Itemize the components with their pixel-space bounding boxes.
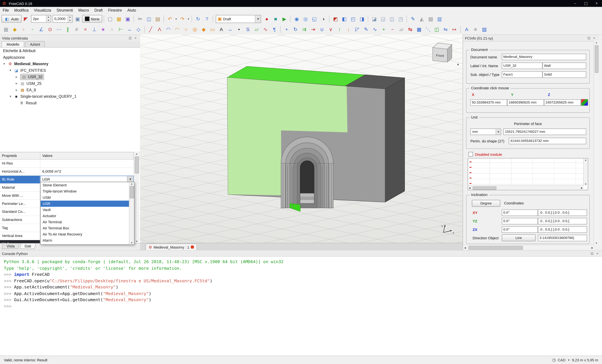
collapse-icon[interactable]: ▸ — [15, 73, 18, 80]
dock-close-button[interactable]: × — [591, 36, 597, 40]
fcinfo-vscrollbar[interactable]: ▲ ▼ — [593, 41, 599, 245]
dropdown-item[interactable]: Air To Air Heat Recovery — [41, 231, 129, 238]
draft-line-icon[interactable]: ╱ — [147, 25, 155, 33]
tree-item-ea-8[interactable]: ▸ ▦ EA_8 — [0, 87, 140, 93]
draft-offset-icon[interactable]: ⇉ — [300, 25, 308, 33]
draft-move-icon[interactable]: + — [282, 25, 291, 33]
view-front-icon[interactable]: ◧ — [340, 15, 348, 23]
draft-add-point-icon[interactable]: + — [380, 25, 388, 33]
draft-fillet-icon[interactable]: ◠ — [164, 25, 172, 33]
fcinfo-table[interactable]: ▲▼ ◀ ▶ — [468, 158, 588, 190]
draft-dimension-icon[interactable]: ↔ — [226, 25, 234, 33]
dropdown-item[interactable]: USR — [41, 201, 129, 207]
zoom-box-icon[interactable]: ◱ — [310, 15, 318, 23]
tab-vista[interactable]: Vista — [2, 244, 20, 249]
measure-distance-icon[interactable]: ✎ — [409, 15, 417, 23]
draft-wire-to-bspline-icon[interactable]: ∿ — [371, 25, 379, 33]
menu-draft[interactable]: Draft — [92, 7, 106, 13]
dock-float-button[interactable]: ⊡ — [589, 252, 595, 256]
wall-side-face[interactable] — [385, 78, 405, 202]
clipping-plane-icon[interactable]: ◭ — [418, 15, 426, 23]
tab-dati[interactable]: Dati — [20, 244, 36, 249]
fcinfo-hscrollbar[interactable]: ◀ ▶ — [463, 245, 594, 250]
undo-dropdown-icon[interactable]: ▾ — [174, 15, 178, 23]
disabled-module-checkbox[interactable] — [468, 152, 473, 157]
line-button[interactable]: Line — [502, 234, 536, 241]
std-views-folder-icon[interactable]: ▥ — [435, 15, 444, 23]
draw-style-icon[interactable]: ◑ — [319, 15, 327, 23]
whatsthis-icon[interactable]: ? — [203, 15, 211, 23]
view-isometric-icon[interactable]: ◳ — [397, 15, 405, 23]
console-output[interactable]: Python 3.6.6 | packaged by conda-forge |… — [0, 256, 602, 355]
dropdown-item[interactable]: Alarm — [41, 238, 129, 244]
draft-mirror-icon[interactable]: ⇋ — [441, 25, 450, 33]
refresh-icon[interactable]: ↻ — [194, 15, 202, 23]
table-vscrollbar[interactable]: ▲▼ — [583, 158, 588, 186]
tree-item-ifc-entities[interactable]: ▾ ◪ IFC_ENTITIES — [0, 67, 140, 73]
draft-arc-icon[interactable]: ◠ — [173, 25, 181, 33]
zoom-in-icon[interactable]: ◉ — [293, 15, 301, 23]
menu-aiuto[interactable]: Aiuto — [125, 7, 139, 13]
coord-z-field[interactable]: 24072265625 mm — [544, 99, 581, 106]
draft-clone-icon[interactable]: ◫ — [433, 25, 441, 33]
dropdown-scrollbar[interactable]: ▲▼ — [129, 182, 134, 244]
property-row[interactable]: Horizontal A...6,0058 m^2 — [0, 168, 140, 176]
draft-ellipse-icon[interactable]: ◎ — [191, 25, 199, 33]
expand-icon[interactable]: ▾ — [9, 93, 12, 100]
draft-patharray-icon[interactable]: ⋱ — [424, 25, 432, 33]
draft-layer-icon[interactable]: ≡ — [471, 25, 480, 33]
expand-icon[interactable]: ▾ — [2, 61, 6, 67]
dropdown-item[interactable]: Actuator — [41, 213, 129, 219]
dock-float-button[interactable]: ⊡ — [128, 36, 133, 40]
draft-bezier-icon[interactable]: ∿ — [261, 25, 270, 33]
snap-parallel-icon[interactable]: ∥ — [64, 25, 72, 33]
menu-modifica[interactable]: Modifica — [11, 7, 31, 13]
tree-item-usm-25[interactable]: ▸ ▤ USM_25 — [0, 80, 140, 87]
perimeter-value-field[interactable]: 15521.795241749227 mm — [503, 128, 586, 135]
zx-angle-field[interactable]: 0.0° — [502, 226, 538, 233]
draft-circle-icon[interactable]: ○ — [182, 25, 190, 33]
type-field[interactable]: Solid — [542, 71, 586, 78]
document-name-field[interactable]: Medieval_Masonry — [502, 54, 586, 60]
macro-record-icon[interactable]: ● — [263, 15, 271, 23]
tree-item-document[interactable]: ▾ ⚙ Medieval_Masonry — [0, 61, 140, 67]
draft-join-icon[interactable]: ∪ — [318, 25, 326, 33]
property-row[interactable]: Hi Res — [0, 160, 140, 168]
unit-dropdown-icon[interactable]: ▼ — [495, 129, 501, 135]
wall-model[interactable] — [140, 35, 463, 243]
dropdown-item[interactable]: Stone Element — [41, 182, 129, 188]
draft-annotation-styles-icon[interactable]: A — [463, 25, 471, 33]
style-settings-icon[interactable]: ▣ — [74, 15, 82, 23]
draft-facebinder-icon[interactable]: ▱ — [253, 25, 261, 33]
snap-endpoint-icon[interactable]: ◦ — [20, 25, 28, 33]
draft-label-icon[interactable]: ¶ — [270, 25, 279, 33]
menu-finestre[interactable]: Finestre — [106, 7, 125, 13]
draft-downgrade-icon[interactable]: ↓ — [344, 25, 353, 33]
snap-center-icon[interactable]: ⊙ — [46, 25, 54, 33]
draft-polygon-icon[interactable]: ◆ — [200, 25, 208, 33]
tree-item-result[interactable]: Ⅲ Result — [0, 100, 140, 106]
dropdown-item[interactable]: Air Terminal — [41, 219, 129, 225]
nav-cube-menu-icon[interactable]: ▼ — [456, 63, 460, 66]
draft-edit-icon[interactable]: ✎ — [362, 25, 370, 33]
line-width-steppers[interactable]: ▲▼ — [46, 15, 51, 22]
draft-split-icon[interactable]: ∨ — [327, 25, 335, 33]
open-document-icon[interactable]: ▦ — [115, 15, 123, 23]
xy-coords-field[interactable]: .0 , 0.0,] [,0.0 , 0.0,] — [538, 209, 587, 216]
snap-dimensions-icon[interactable]: ↔ — [126, 25, 134, 33]
collapse-icon[interactable]: ▸ — [15, 87, 18, 93]
draft-polyline-icon[interactable]: Λ — [155, 25, 163, 33]
snap-special-icon[interactable]: ∗ — [99, 25, 107, 33]
snap-workingplane-icon[interactable]: ◇ — [134, 25, 142, 33]
maximize-button[interactable]: ▢ — [580, 0, 591, 7]
dropdown-item[interactable]: Air Terminal Box — [41, 225, 129, 231]
perim-shape-field[interactable]: 41444.04554613732 mm — [509, 138, 586, 144]
degree-button[interactable]: Degree — [472, 200, 500, 207]
internal-name-field[interactable]: Wall — [542, 62, 586, 69]
snap-perpendicular-icon[interactable]: ⊥ — [90, 25, 98, 33]
draft-array-icon[interactable]: ▦ — [415, 25, 423, 33]
draft-text-icon[interactable]: A — [217, 25, 226, 33]
coord-y-field[interactable]: 16650390625 mm — [507, 99, 544, 106]
close-button[interactable]: × — [591, 0, 602, 7]
zx-coords-field[interactable]: .0 , 0.0,] [,0.0 , 0.0,] — [538, 226, 587, 233]
